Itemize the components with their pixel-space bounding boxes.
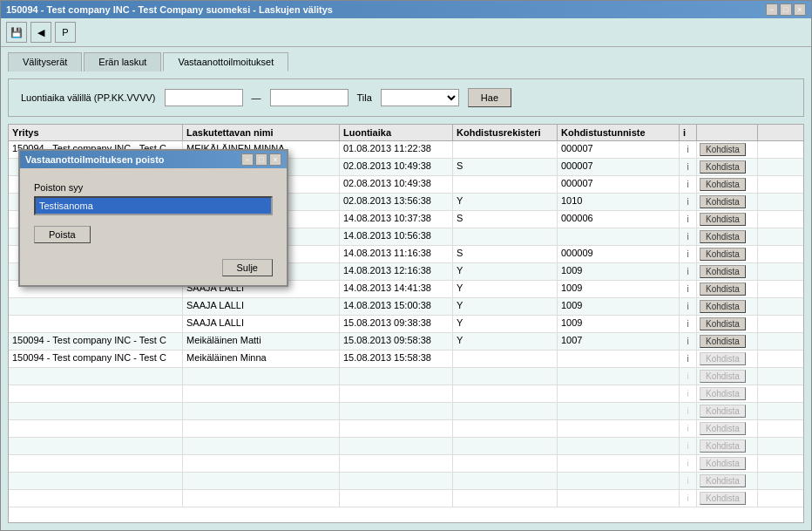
modal-title-bar: Vastaanottoilmoituksen poisto − □ ×: [20, 151, 287, 168]
modal-close-row: Sulje: [20, 254, 287, 285]
modal-close-button[interactable]: ×: [269, 153, 281, 166]
main-window: 150094 - Test company INC - Test Company…: [0, 0, 812, 531]
modal-title-buttons: − □ ×: [241, 153, 281, 166]
modal-dialog: Vastaanottoilmoituksen poisto − □ × Pois…: [18, 149, 288, 287]
poista-button[interactable]: Poista: [34, 226, 91, 243]
modal-title: Vastaanottoilmoituksen poisto: [25, 154, 165, 165]
modal-overlay: Vastaanottoilmoituksen poisto − □ × Pois…: [1, 1, 812, 531]
modal-restore-button[interactable]: □: [255, 153, 267, 166]
poiston-syy-label: Poiston syy: [34, 182, 273, 193]
modal-content: Poiston syy Poista: [20, 168, 287, 254]
sulje-button[interactable]: Sulje: [222, 259, 273, 276]
modal-minimize-button[interactable]: −: [241, 153, 254, 166]
poiston-syy-input[interactable]: [34, 196, 273, 215]
modal-action-buttons: Poista: [34, 226, 273, 243]
